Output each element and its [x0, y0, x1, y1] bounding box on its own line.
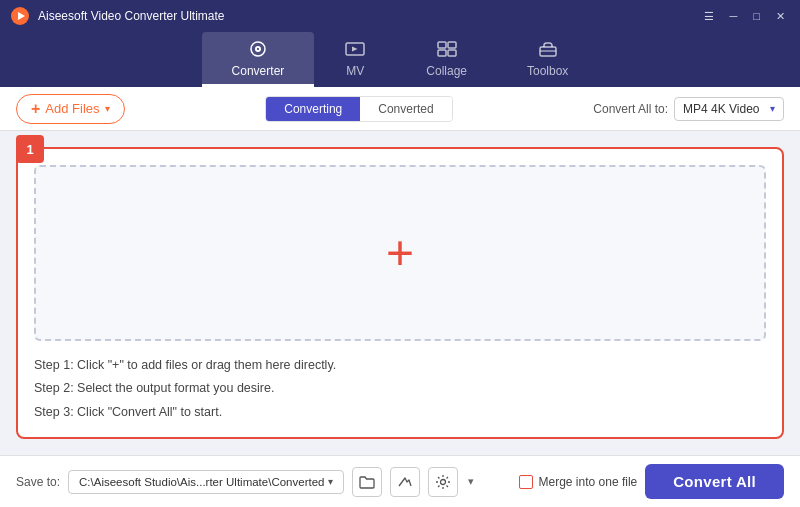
maximize-button[interactable]: □	[748, 8, 765, 24]
menu-icon[interactable]: ☰	[699, 8, 719, 25]
svg-rect-7	[448, 42, 456, 48]
drop-container: 1 + Step 1: Click "+" to add files or dr…	[16, 147, 784, 439]
tab-toolbox[interactable]: Toolbox	[497, 32, 598, 87]
convert-all-to-label: Convert All to:	[593, 102, 668, 116]
step-1: Step 1: Click "+" to add files or drag t…	[34, 357, 766, 375]
speed-settings-button[interactable]	[390, 467, 420, 497]
converted-tab[interactable]: Converted	[360, 97, 451, 121]
merge-checkbox[interactable]	[519, 475, 533, 489]
nav-tabs: Converter MV Collage	[0, 32, 800, 87]
converting-tab[interactable]: Converting	[266, 97, 360, 121]
tab-mv-label: MV	[346, 64, 364, 78]
format-value: MP4 4K Video	[683, 102, 766, 116]
save-to-label: Save to:	[16, 475, 60, 489]
svg-rect-9	[448, 50, 456, 56]
step-3: Step 3: Click "Convert All" to start.	[34, 404, 766, 422]
mv-icon	[344, 40, 366, 61]
tab-collage[interactable]: Collage	[396, 32, 497, 87]
app-title: Aiseesoft Video Converter Ultimate	[38, 9, 699, 23]
tab-converter[interactable]: Converter	[202, 32, 315, 87]
save-path-arrow: ▾	[328, 476, 333, 487]
merge-checkbox-section: Merge into one file	[519, 475, 638, 489]
app-logo	[10, 6, 30, 26]
add-files-label: Add Files	[45, 101, 99, 116]
status-tabs: Converting Converted	[265, 96, 452, 122]
merge-label: Merge into one file	[539, 475, 638, 489]
drop-zone[interactable]: +	[34, 165, 766, 341]
svg-point-4	[257, 48, 259, 50]
converter-icon	[247, 40, 269, 61]
save-path-text: C:\Aiseesoft Studio\Ais...rter Ultimate\…	[79, 476, 324, 488]
step-2: Step 2: Select the output format you des…	[34, 380, 766, 398]
main-content: 1 + Step 1: Click "+" to add files or dr…	[0, 131, 800, 455]
open-folder-button[interactable]	[352, 467, 382, 497]
convert-all-button[interactable]: Convert All	[645, 464, 784, 499]
add-files-button[interactable]: + Add Files ▾	[16, 94, 125, 124]
close-button[interactable]: ✕	[771, 8, 790, 25]
svg-rect-6	[438, 42, 446, 48]
tab-converter-label: Converter	[232, 64, 285, 78]
convert-all-to-section: Convert All to: MP4 4K Video ▾	[593, 97, 784, 121]
add-files-dropdown-arrow: ▾	[105, 103, 110, 114]
svg-point-12	[441, 479, 446, 484]
format-selector[interactable]: MP4 4K Video ▾	[674, 97, 784, 121]
tab-toolbox-label: Toolbox	[527, 64, 568, 78]
container-badge: 1	[16, 135, 44, 163]
footer: Save to: C:\Aiseesoft Studio\Ais...rter …	[0, 455, 800, 507]
collage-icon	[436, 40, 458, 61]
window-controls: ☰ ─ □ ✕	[699, 8, 790, 25]
drop-zone-plus-icon: +	[386, 229, 414, 277]
settings-dropdown-arrow[interactable]: ▾	[468, 475, 474, 488]
tab-collage-label: Collage	[426, 64, 467, 78]
svg-rect-8	[438, 50, 446, 56]
add-plus-icon: +	[31, 100, 40, 118]
minimize-button[interactable]: ─	[725, 8, 743, 24]
tab-mv[interactable]: MV	[314, 32, 396, 87]
preferences-button[interactable]	[428, 467, 458, 497]
titlebar: Aiseesoft Video Converter Ultimate ☰ ─ □…	[0, 0, 800, 32]
toolbar: + Add Files ▾ Converting Converted Conve…	[0, 87, 800, 131]
toolbox-icon	[537, 40, 559, 61]
steps-section: Step 1: Click "+" to add files or drag t…	[34, 357, 766, 422]
save-path-selector[interactable]: C:\Aiseesoft Studio\Ais...rter Ultimate\…	[68, 470, 344, 494]
format-dropdown-arrow: ▾	[770, 103, 775, 114]
